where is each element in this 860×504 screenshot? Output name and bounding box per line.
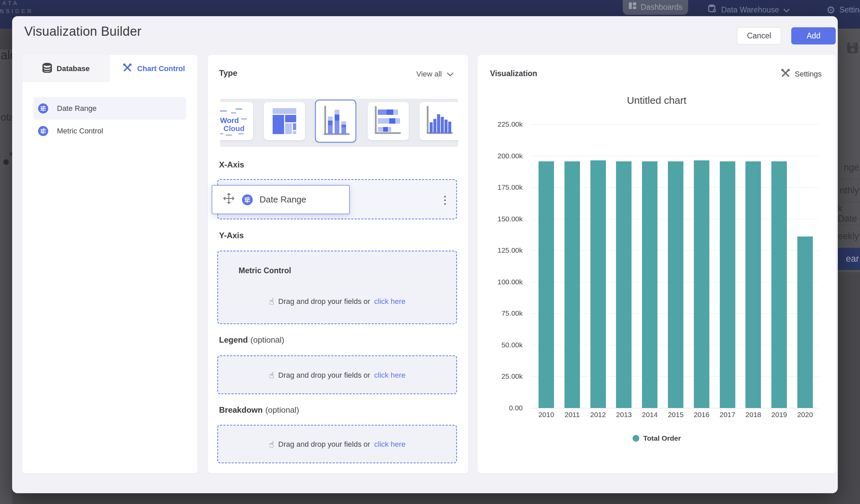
bar-2010: [539, 161, 554, 408]
y-tick-label: 125.00k: [477, 246, 523, 254]
logo-line1: DATA: [0, 0, 33, 8]
cancel-button[interactable]: Cancel: [737, 27, 781, 44]
drop-hint-text: Drag and drop your fields or: [278, 371, 370, 380]
field-label: Date Range: [57, 104, 96, 113]
tab-chart-control[interactable]: Chart Control: [110, 55, 198, 82]
legend-series-label: Total Order: [643, 434, 681, 442]
save-icon[interactable]: [847, 42, 859, 55]
bar-2020: [797, 236, 813, 408]
background-text-fragment: ald: [1, 48, 12, 62]
bar-2014: [642, 161, 658, 408]
gridline: [531, 124, 819, 125]
tab-database[interactable]: Database: [22, 55, 110, 82]
settings-label: Settings: [795, 70, 822, 78]
control-sliders-icon: [242, 195, 253, 205]
click-here-link[interactable]: click here: [374, 297, 405, 306]
nav-item-settings[interactable]: ⚙ Settings: [826, 4, 860, 16]
settings-button[interactable]: Settings: [780, 68, 822, 81]
add-button[interactable]: Add: [791, 27, 836, 44]
chart-type-wordcloud[interactable]: Word Cloud: [220, 102, 253, 140]
kebab-menu-icon[interactable]: [441, 193, 449, 207]
legend-drop-zone[interactable]: ☝ Drag and drop your fields or click her…: [217, 356, 457, 394]
y-tick-label: 150.00k: [477, 215, 523, 223]
move-icon: [223, 192, 235, 207]
control-sliders-icon: [38, 126, 48, 136]
bar-2011: [564, 161, 580, 408]
view-all-dropdown[interactable]: View all: [417, 70, 454, 78]
y-tick-label: 0.00: [477, 404, 523, 412]
background-menu-item[interactable]: ear: [838, 248, 860, 270]
click-here-link[interactable]: click here: [374, 371, 405, 380]
type-section-heading: Type: [219, 68, 237, 78]
wordcloud-cloud: Cloud: [224, 124, 244, 133]
gridline: [531, 408, 819, 408]
bar-2016: [694, 160, 710, 408]
field-item-date-range[interactable]: Date Range: [33, 97, 186, 119]
tab-database-label: Database: [57, 64, 90, 73]
fields-panel: Database Chart Control Date Range Metric…: [22, 55, 198, 473]
background-menu-item[interactable]: nthly: [838, 179, 860, 202]
x-tick-label: 2010: [533, 411, 560, 419]
background-menu-item[interactable]: nge: [838, 156, 860, 179]
background-menu-item[interactable]: k Date: [838, 202, 860, 225]
x-tick-label: 2016: [688, 411, 715, 419]
chart-type-treemap[interactable]: [264, 102, 305, 140]
bar-2015: [668, 161, 684, 408]
dragged-field-date-range[interactable]: Date Range: [212, 185, 350, 214]
drop-hint: ☝ Drag and drop your fields or click her…: [218, 297, 456, 306]
bar-2019: [771, 161, 787, 408]
tools-icon: [122, 63, 132, 75]
x-axis-heading: X-Axis: [219, 160, 244, 170]
chevron-down-icon: [446, 72, 454, 76]
database-icon: [42, 63, 52, 75]
chevron-down-icon: [783, 5, 790, 14]
y-axis-heading: Y-Axis: [219, 231, 244, 240]
bar-2013: [616, 161, 632, 408]
nav-dashboards-label: Dashboards: [641, 3, 683, 12]
y-axis-drop-zone[interactable]: Metric Control ☝ Drag and drop your fiel…: [217, 251, 457, 324]
visualization-heading: Visualization: [490, 69, 537, 78]
tap-icon: ☝: [269, 297, 274, 306]
legend-heading-label: Legend: [219, 335, 248, 344]
y-tick-label: 50.00k: [477, 341, 523, 349]
x-tick-label: 2011: [559, 411, 586, 419]
y-tick-label: 200.00k: [477, 152, 523, 160]
builder-panel: Type View all Word Cloud: [208, 55, 468, 473]
drop-hint: ☝ Drag and drop your fields or click her…: [218, 439, 456, 449]
dragged-field-label: Date Range: [259, 195, 306, 205]
breakdown-drop-zone[interactable]: ☝ Drag and drop your fields or click her…: [217, 425, 457, 463]
breakdown-heading-label: Breakdown: [219, 405, 262, 414]
nav-item-dashboards[interactable]: Dashboards: [623, 0, 688, 15]
chart-type-stacked-column[interactable]: [315, 100, 356, 143]
x-tick-label: 2012: [585, 411, 612, 419]
x-tick-label: 2017: [714, 411, 741, 419]
bullet-icon: [3, 159, 9, 165]
y-tick-label: 75.00k: [477, 309, 523, 317]
drop-hint: ☝ Drag and drop your fields or click her…: [218, 370, 456, 380]
metric-control-title: Metric Control: [239, 266, 291, 275]
nav-item-data-warehouse[interactable]: Data Warehouse: [708, 4, 790, 15]
y-tick-label: 225.00k: [477, 120, 523, 128]
legend-optional-label: (optional): [250, 335, 284, 344]
x-tick-label: 2018: [740, 411, 766, 419]
x-tick-label: 2020: [792, 411, 819, 419]
chart-type-carousel: Word Cloud: [220, 99, 458, 147]
field-item-metric-control[interactable]: Metric Control: [33, 119, 186, 142]
warehouse-database-icon: [708, 4, 717, 15]
chart-plot-area: [531, 124, 819, 408]
legend-marker-icon: [632, 435, 639, 442]
tap-icon: ☝: [269, 370, 274, 380]
chart-legend-item[interactable]: Total Order: [477, 434, 836, 442]
chart-type-column[interactable]: [419, 102, 458, 140]
control-sliders-icon: [38, 103, 48, 114]
wordcloud-word: Word: [220, 116, 239, 125]
chart-type-stacked-bar[interactable]: [368, 102, 409, 140]
page-title: Visualization Builder: [24, 24, 142, 39]
click-here-link[interactable]: click here: [374, 440, 405, 449]
bar-2018: [745, 161, 761, 408]
view-all-label: View all: [417, 70, 442, 78]
visualization-builder-modal: Visualization Builder Cancel Add Databas…: [12, 16, 838, 493]
background-menu-item[interactable]: eekly: [838, 225, 860, 248]
x-tick-label: 2014: [636, 411, 663, 419]
drop-hint-text: Drag and drop your fields or: [278, 297, 370, 306]
